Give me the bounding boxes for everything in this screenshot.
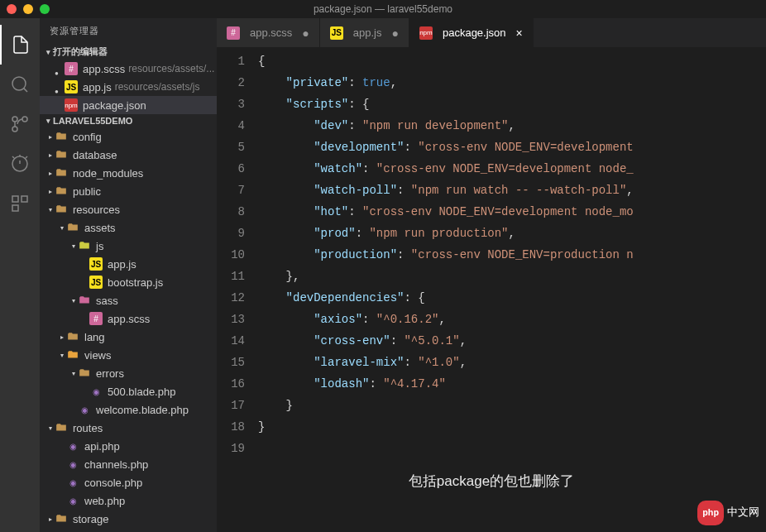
tree-file[interactable]: ◉api.php (40, 437, 217, 455)
editor-tab[interactable]: npmpackage.json× (409, 18, 534, 47)
debug-icon[interactable] (0, 144, 40, 184)
window-close-button[interactable] (7, 4, 17, 14)
editor-item-name: package.json (83, 99, 146, 112)
svg-point-0 (12, 77, 26, 90)
tree-file[interactable]: ◉web.php (40, 491, 217, 510)
code-line[interactable]: "production": "cross-env NODE_ENV=produc… (258, 244, 766, 266)
tree-folder[interactable]: ▾errors (40, 364, 217, 382)
chevron-right-icon: ▸ (46, 151, 55, 159)
code-line[interactable]: "dev": "npm run development", (258, 115, 766, 137)
tree-item-label: public (73, 185, 101, 198)
code-line[interactable]: "cross-env": "^5.0.1", (258, 330, 766, 352)
tree-folder[interactable]: ▸node_modules (40, 164, 217, 182)
chevron-down-icon: ▾ (69, 242, 78, 250)
tree-file[interactable]: JSbootstrap.js (40, 273, 217, 291)
line-number: 8 (217, 201, 245, 223)
tree-file[interactable]: ◉channels.php (40, 455, 217, 473)
code-line[interactable]: } (258, 416, 766, 438)
code-line[interactable]: "watch": "cross-env NODE_ENV=development… (258, 158, 766, 180)
search-icon[interactable] (0, 65, 40, 104)
modified-indicator-icon: ● (302, 26, 309, 40)
code-line[interactable] (258, 438, 766, 459)
tree-folder[interactable]: ▾assets (40, 218, 217, 237)
window-minimize-button[interactable] (23, 4, 33, 14)
explorer-icon[interactable] (0, 25, 40, 65)
line-number: 9 (217, 223, 245, 244)
tree-item-label: console.php (84, 477, 142, 489)
code-line[interactable]: "development": "cross-env NODE_ENV=devel… (258, 137, 766, 158)
open-editors-label: 打开的编辑器 (53, 46, 108, 58)
code-line[interactable]: "scripts": { (258, 93, 766, 115)
window-maximize-button[interactable] (40, 4, 50, 14)
line-number: 3 (217, 93, 245, 115)
code-line[interactable]: { (258, 50, 766, 72)
code-line[interactable]: } (258, 395, 766, 416)
tree-file[interactable]: ◉console.php (40, 473, 217, 491)
line-number: 10 (217, 244, 245, 266)
line-number: 13 (217, 309, 245, 330)
editor-tab[interactable]: JSapp.js● (320, 18, 409, 47)
editor-item-path: resources/assets/js (115, 81, 200, 93)
open-editor-item[interactable]: npmpackage.json (40, 96, 217, 114)
tree-folder[interactable]: ▾resources (40, 200, 217, 218)
tree-file[interactable]: JSapp.js (40, 255, 217, 273)
tree-item-label: routes (73, 422, 103, 434)
chevron-down-icon: ▾ (46, 424, 55, 432)
tree-folder[interactable]: ▾js (40, 237, 217, 255)
tree-file[interactable]: #app.scss (40, 309, 217, 328)
watermark-text: 中文网 (727, 502, 759, 524)
line-number: 2 (217, 72, 245, 93)
tree-item-label: storage (73, 513, 108, 525)
tree-item-label: node_modules (73, 167, 143, 180)
editor-item-path: resources/assets/... (128, 63, 214, 74)
code-editor[interactable]: 12345678910111213141516171819 { "private… (217, 47, 766, 532)
svg-rect-10 (12, 196, 18, 202)
code-line[interactable]: }, (258, 266, 766, 287)
code-line[interactable]: "prod": "npm run production", (258, 223, 766, 244)
open-editor-item[interactable]: #app.scssresources/assets/... (40, 60, 217, 78)
tree-folder[interactable]: ▸storage (40, 510, 217, 528)
open-editor-item[interactable]: JSapp.jsresources/assets/js (40, 78, 217, 96)
tree-folder[interactable]: ▸lang (40, 328, 217, 346)
code-line[interactable]: "hot": "cross-env NODE_ENV=development n… (258, 201, 766, 223)
chevron-right-icon: ▸ (46, 515, 55, 523)
tree-folder[interactable]: ▸public (40, 182, 217, 200)
tree-file[interactable]: ◉welcome.blade.php (40, 400, 217, 419)
open-editors-header[interactable]: ▾ 打开的编辑器 (40, 44, 217, 60)
code-line[interactable]: "watch-poll": "npm run watch -- --watch-… (258, 180, 766, 201)
line-number: 5 (217, 137, 245, 158)
close-icon[interactable]: × (516, 26, 523, 40)
watermark: php 中文网 (697, 501, 759, 525)
project-header[interactable]: ▾ LARAVEL55DEMO (40, 114, 217, 127)
tree-folder[interactable]: ▾views (40, 346, 217, 364)
tree-item-label: bootstrap.js (108, 276, 163, 289)
code-line[interactable]: "private": true, (258, 72, 766, 93)
tree-item-label: config (73, 131, 102, 143)
line-number: 7 (217, 180, 245, 201)
code-line[interactable]: "lodash": "^4.17.4" (258, 373, 766, 395)
editor-tab[interactable]: #app.scss● (217, 18, 320, 47)
tree-item-label: resources (73, 204, 120, 216)
code-content[interactable]: { "private": true, "scripts": { "dev": "… (258, 47, 766, 532)
tree-item-label: 500.blade.php (108, 386, 175, 398)
line-number: 18 (217, 416, 245, 438)
titlebar: package.json — laravel55demo (0, 0, 766, 18)
extensions-icon[interactable] (0, 184, 40, 223)
tree-folder[interactable]: ▾sass (40, 291, 217, 309)
tree-item-label: database (73, 149, 117, 161)
tree-item-label: errors (96, 367, 124, 380)
tree-item-label: app.scss (108, 313, 150, 325)
source-control-icon[interactable] (0, 104, 40, 144)
code-line[interactable]: "devDependencies": { (258, 287, 766, 309)
line-number: 6 (217, 158, 245, 180)
tree-folder[interactable]: ▸database (40, 146, 217, 164)
tree-folder[interactable]: ▸config (40, 127, 217, 146)
tree-item-label: welcome.blade.php (96, 404, 189, 416)
tree-item-label: channels.php (84, 458, 148, 471)
code-line[interactable]: "axios": "^0.16.2", (258, 309, 766, 330)
chevron-right-icon: ▸ (46, 133, 55, 141)
tree-folder[interactable]: ▾routes (40, 419, 217, 437)
tree-file[interactable]: ◉500.blade.php (40, 382, 217, 400)
code-line[interactable]: "laravel-mix": "^1.0", (258, 352, 766, 373)
line-number: 15 (217, 352, 245, 373)
